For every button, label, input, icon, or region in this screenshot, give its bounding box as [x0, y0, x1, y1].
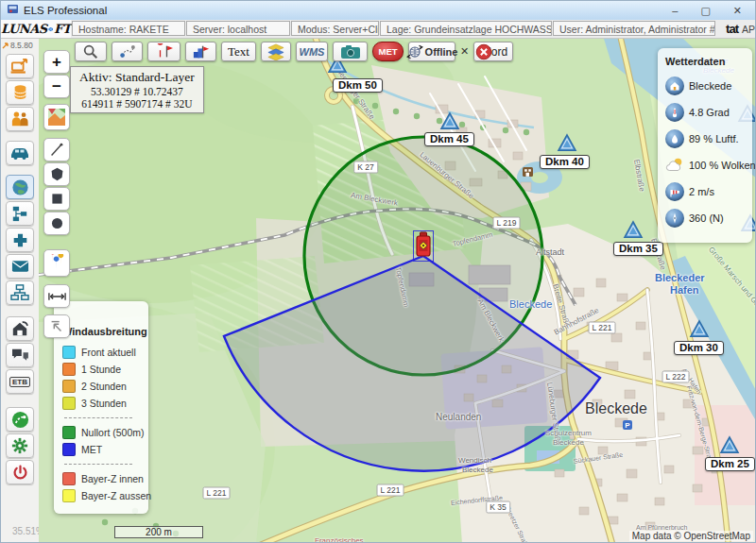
layers-button[interactable]: [261, 42, 291, 61]
map-toolbar: TextWMSMETOffline✕Nord: [75, 42, 513, 61]
minimize-button[interactable]: –: [672, 2, 678, 19]
sidebar-item-power[interactable]: [6, 460, 34, 484]
zoom-in-button[interactable]: +: [43, 50, 70, 74]
weather-value: Bleckede: [689, 80, 731, 92]
red-x-icon[interactable]: [475, 43, 492, 60]
hotel-icon: [523, 167, 533, 177]
place-label: Bleckede: [553, 439, 584, 447]
met-label: MET: [378, 46, 397, 57]
legend-label: Front aktuell: [81, 347, 136, 358]
sidebar-item-home[interactable]: [6, 316, 34, 341]
legend-label: 1 Stunde: [81, 364, 121, 375]
sidebar-item-mail[interactable]: [6, 254, 34, 279]
search-button[interactable]: [75, 42, 107, 61]
dkm-marker-label[interactable]: Dkm 40: [540, 155, 590, 169]
sidebar-item-vehicles[interactable]: [6, 141, 34, 165]
sidebar-item-map[interactable]: [6, 175, 34, 199]
active-layer-title: Aktiv: Standard-Layer: [79, 70, 195, 85]
minimap-button[interactable]: [43, 104, 70, 130]
weather-value: 360 (N): [689, 212, 724, 224]
met-button[interactable]: MET: [372, 42, 404, 61]
place-label: Bleckede: [585, 401, 647, 416]
sidebar-item-nav[interactable]: [6, 407, 34, 432]
users-status-icon[interactable]: tat: [726, 22, 738, 36]
draw-line-button[interactable]: [43, 138, 70, 161]
dkm-marker-label[interactable]: Dkm 45: [424, 132, 474, 146]
legend-swatch: [62, 472, 76, 485]
active-layer-box: Aktiv: Standard-Layer 53.30129 # 10.7243…: [70, 66, 204, 113]
zoom-out-button[interactable]: −: [43, 75, 70, 98]
dkm-triangle-icon[interactable]: [439, 111, 460, 130]
route-button[interactable]: [112, 42, 143, 61]
gear-icon: [11, 437, 28, 454]
weather-panel: Wetterdaten Bleckede4.8 Grad89 % Luftf.1…: [658, 48, 752, 243]
weather-row-windsock: 2 m/s: [665, 182, 747, 201]
dkm-marker-label[interactable]: Dkm 25: [705, 457, 755, 471]
legend-label: Bayer-Z aussen: [81, 490, 151, 501]
road-ref-label: L 221: [377, 484, 404, 497]
measure-button[interactable]: [43, 284, 70, 308]
text-tool-button[interactable]: Text: [221, 42, 256, 61]
sidebar-item-network[interactable]: [6, 280, 34, 305]
sidebar-item-database[interactable]: [6, 80, 34, 105]
building-flag-button[interactable]: [185, 42, 216, 61]
draw-rect-button[interactable]: [43, 187, 70, 211]
legend-label: 2 Stunden: [81, 381, 127, 392]
place-label: Schulzentrum: [545, 430, 592, 437]
wms-button[interactable]: WMS: [296, 42, 328, 61]
sidebar-item-org[interactable]: [6, 201, 34, 226]
sidebar-item-etb[interactable]: ETB: [6, 369, 34, 394]
nord-button[interactable]: Nord: [473, 42, 513, 61]
map-area[interactable]: P Lauenburger StraßeLauenburger StraßeAm…: [39, 39, 756, 543]
sidebar-item-personnel[interactable]: [6, 107, 34, 131]
offline-button[interactable]: Offline: [408, 42, 455, 61]
legend-item: Nullort (500m): [62, 426, 142, 439]
dkm-triangle-icon[interactable]: [719, 435, 740, 454]
dkm-marker-label[interactable]: Dkm 30: [674, 341, 724, 355]
info-field-3: Lage: Grundeinsatzlage HOCHWASSER: [380, 21, 552, 36]
weather-row-thermo: 4.8 Grad: [665, 103, 747, 122]
close-button[interactable]: ✕: [733, 2, 742, 19]
sidebar-item-settings[interactable]: [6, 433, 34, 458]
info-right-text: AP: [742, 24, 755, 35]
poi-tools-button[interactable]: [43, 249, 70, 277]
info-field-0: Hostname: RAKETE: [72, 21, 185, 36]
lunasoft-logo: LUNASFT: [1, 20, 71, 38]
popup-close-x[interactable]: ✕: [460, 45, 469, 58]
maximize-button[interactable]: ▢: [700, 2, 710, 19]
arrow-h-icon: [47, 290, 67, 303]
weather-row-cloud: 100 % Wolken: [665, 156, 747, 175]
dkm-triangle-icon[interactable]: [689, 319, 710, 338]
power-icon: [12, 465, 28, 481]
legend-swatch: [62, 346, 76, 359]
camera-button[interactable]: [333, 42, 368, 61]
corner-button[interactable]: [43, 314, 70, 338]
weather-value: 2 m/s: [689, 186, 714, 197]
pin-flag-icon: [154, 43, 175, 60]
magnifier-icon: [82, 43, 99, 60]
draw-polygon-button[interactable]: [43, 162, 70, 186]
circle-icon: [49, 215, 65, 231]
legend-swatch: [62, 443, 76, 456]
sidebar-item-workstation[interactable]: [6, 54, 34, 78]
legend-item: MET: [62, 443, 142, 456]
offline-label: Offline: [425, 46, 458, 58]
legend-title: Windausbreitung: [62, 326, 142, 337]
legend-separator: [64, 464, 132, 465]
legend-item: 1 Stunde: [62, 363, 142, 376]
hazmat-marker[interactable]: [414, 231, 433, 261]
weather-value: 100 % Wolken: [689, 160, 756, 171]
legend-item: 2 Stunden: [62, 380, 142, 393]
sidebar-item-chat[interactable]: [6, 343, 34, 367]
compass-icon: [665, 209, 684, 228]
road-ref-label: L 221: [203, 487, 231, 500]
draw-circle-button[interactable]: [43, 212, 70, 235]
dkm-marker-label[interactable]: Dkm 50: [333, 78, 383, 93]
laptop-arrow-icon: [10, 58, 29, 75]
dkm-triangle-icon[interactable]: [557, 133, 577, 152]
dkm-triangle-icon[interactable]: [623, 220, 644, 239]
dkm-marker-label[interactable]: Dkm 35: [613, 242, 663, 256]
poi-flag-button[interactable]: [147, 42, 180, 61]
sidebar-item-medical[interactable]: [6, 228, 34, 252]
place-label: Französisches: [315, 537, 364, 543]
